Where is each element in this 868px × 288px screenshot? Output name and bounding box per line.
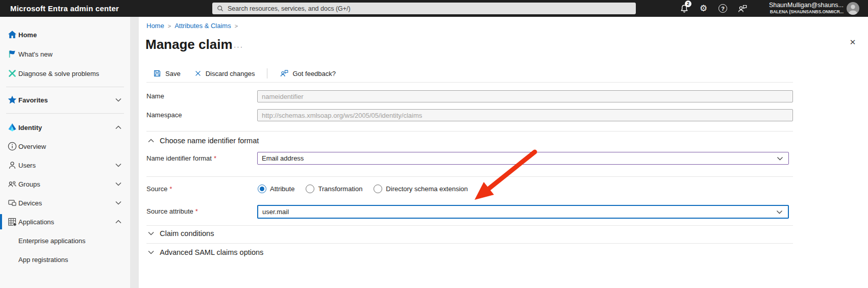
discard-changes-button[interactable]: Discard changes — [194, 69, 255, 77]
chevron-down-icon — [115, 163, 121, 167]
breadcrumb: Home > Attributes & Claims > — [146, 22, 238, 30]
devices-icon — [7, 198, 17, 208]
required-asterisk: * — [214, 154, 216, 162]
sidebar-item-label: Overview — [18, 143, 46, 150]
home-icon — [7, 30, 17, 40]
section-claim-conditions[interactable]: Claim conditions — [148, 227, 214, 240]
notification-count-badge[interactable]: 2 — [685, 1, 691, 7]
radio-directory-schema-extension[interactable]: Directory schema extension — [374, 185, 467, 193]
source-attribute-combobox[interactable]: user.mail — [257, 205, 789, 219]
close-blade-button[interactable]: ✕ — [847, 37, 858, 48]
radio-selected-icon — [258, 185, 266, 193]
identity-entra-icon — [7, 122, 17, 133]
sidebar-item-home[interactable]: Home — [0, 27, 130, 42]
radio-attribute[interactable]: Attribute — [258, 185, 294, 193]
command-bar-divider — [267, 68, 267, 78]
name-field-label: Name — [146, 90, 164, 102]
sidebar-item-label: App registrations — [18, 256, 68, 264]
required-asterisk: * — [169, 185, 172, 193]
sidebar-item-label: Favorites — [18, 96, 48, 104]
combobox-value: user.mail — [258, 208, 776, 216]
required-asterisk: * — [195, 207, 198, 215]
sidebar-item-app-registrations[interactable]: App registrations — [0, 252, 130, 267]
search-icon — [216, 5, 224, 12]
save-floppy-icon — [153, 69, 162, 78]
left-nav-sidebar: Home What's new Diagnose & solve problem… — [0, 17, 130, 288]
chevron-down-icon — [777, 156, 783, 161]
whats-new-flag-icon — [7, 49, 17, 59]
sidebar-item-whats-new[interactable]: What's new — [0, 46, 130, 62]
person-icon — [7, 160, 17, 170]
source-label: Source* — [146, 183, 172, 195]
chevron-down-icon — [776, 210, 783, 214]
sidebar-scroll-gutter[interactable] — [130, 17, 139, 288]
divider — [146, 225, 793, 226]
sidebar-item-label: Identity — [18, 124, 42, 132]
sidebar-item-diagnose[interactable]: Diagnose & solve problems — [0, 66, 130, 81]
divider — [146, 243, 793, 244]
sidebar-item-label: Enterprise applications — [18, 237, 86, 245]
namespace-input[interactable] — [257, 109, 793, 121]
sidebar-divider — [6, 113, 124, 114]
chevron-down-icon — [115, 98, 121, 102]
sidebar-item-enterprise-applications[interactable]: Enterprise applications — [0, 233, 130, 248]
breadcrumb-parent-link[interactable]: Attributes & Claims — [175, 22, 231, 30]
sidebar-item-label: Users — [18, 162, 36, 169]
divider — [146, 176, 793, 177]
name-identifier-format-dropdown[interactable]: Email address — [257, 152, 789, 165]
feedback-label: Got feedback? — [292, 70, 336, 77]
breadcrumb-separator: > — [168, 23, 171, 29]
app-title: Microsoft Entra admin center — [10, 0, 119, 17]
settings-gear-icon[interactable]: ⚙ — [698, 3, 709, 14]
diagnose-tools-icon — [7, 68, 17, 78]
sidebar-item-identity[interactable]: Identity — [0, 120, 130, 135]
command-bar: Save Discard changes Got feedback? — [153, 67, 336, 80]
got-feedback-button[interactable]: Got feedback? — [280, 69, 336, 78]
radio-unselected-icon — [306, 185, 314, 193]
user-name: ShaunMulligan@shauns... — [769, 2, 844, 9]
name-input[interactable] — [257, 90, 793, 102]
section-choose-name-identifier-format[interactable]: Choose name identifier format — [148, 135, 259, 147]
sidebar-item-groups[interactable]: Groups — [0, 176, 130, 192]
search-input[interactable] — [228, 5, 632, 12]
sidebar-divider — [6, 87, 124, 87]
save-label: Save — [165, 70, 181, 77]
section-advanced-saml-claims-options[interactable]: Advanced SAML claims options — [148, 246, 263, 258]
chevron-down-icon — [115, 182, 121, 186]
chevron-up-icon — [115, 125, 121, 129]
sidebar-item-applications[interactable]: Applications — [0, 214, 130, 229]
namespace-field-label: Namespace — [146, 109, 182, 121]
sidebar-item-label: Devices — [18, 199, 42, 207]
save-button[interactable]: Save — [153, 69, 181, 78]
global-search[interactable] — [212, 3, 636, 14]
discard-x-icon — [194, 69, 202, 77]
feedback-icon[interactable] — [737, 3, 748, 14]
page-title: Manage claim — [145, 37, 233, 53]
radio-transformation[interactable]: Transformation — [306, 185, 362, 193]
sidebar-item-users[interactable]: Users — [0, 158, 130, 173]
sidebar-item-label: Home — [18, 31, 37, 39]
sidebar-item-devices[interactable]: Devices — [0, 195, 130, 211]
chevron-down-icon — [115, 201, 121, 205]
sidebar-item-favorites[interactable]: Favorites — [0, 92, 130, 108]
discard-label: Discard changes — [206, 70, 255, 77]
breadcrumb-home-link[interactable]: Home — [146, 22, 164, 30]
avatar[interactable] — [847, 2, 859, 15]
source-attribute-label: Source attribute* — [146, 205, 198, 218]
account-menu[interactable]: ShaunMulligan@shauns... BALENA (SHAUNSAN… — [769, 2, 844, 15]
title-overflow-menu[interactable]: ··· — [234, 43, 243, 50]
chevron-up-icon — [115, 220, 121, 224]
breadcrumb-separator: > — [235, 23, 238, 29]
divider — [146, 82, 793, 83]
sidebar-item-overview[interactable]: Overview — [0, 139, 130, 154]
applications-grid-icon — [7, 217, 17, 227]
sidebar-item-label: Diagnose & solve problems — [18, 70, 99, 77]
user-tenant: BALENA (SHAUNSANBS.ONMICR... — [769, 9, 844, 15]
help-icon[interactable]: ? — [717, 3, 728, 14]
source-radio-group: Attribute Transformation Directory schem… — [258, 185, 468, 193]
info-circle-icon — [7, 141, 17, 151]
sidebar-item-label: What's new — [18, 50, 53, 58]
section-title: Claim conditions — [160, 229, 214, 238]
selected-indicator — [0, 214, 2, 229]
chevron-down-icon — [148, 231, 154, 235]
